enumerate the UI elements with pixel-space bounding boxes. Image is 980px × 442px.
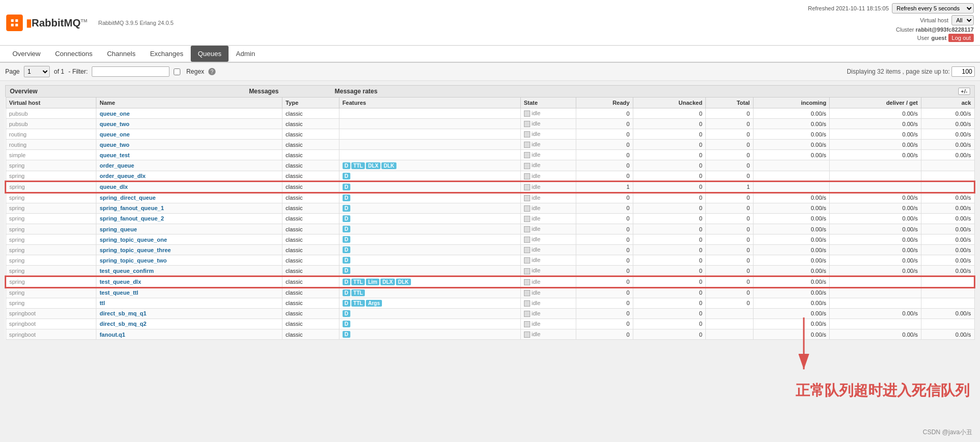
row-unacked: 0 (633, 140, 705, 150)
row-name[interactable]: ttl (96, 298, 282, 308)
queue-link[interactable]: spring_topic_queue_one (100, 237, 167, 243)
col-unacked: Unacked (633, 98, 705, 108)
filter-input[interactable] (92, 66, 169, 77)
queue-link[interactable]: spring_queue (100, 226, 137, 232)
queue-link[interactable]: order_queue_dlx (100, 173, 146, 179)
row-name[interactable]: spring_topic_queue_three (96, 245, 282, 255)
vhost-select[interactable]: All (951, 15, 974, 25)
row-ready: 0 (576, 150, 633, 160)
queue-link[interactable]: queue_test (100, 152, 130, 158)
row-name[interactable]: queue_dlx (96, 182, 282, 192)
row-total: 0 (706, 234, 754, 245)
row-total: 0 (706, 224, 754, 234)
regex-checkbox[interactable] (174, 68, 180, 75)
queue-link[interactable]: order_queue (100, 162, 134, 169)
row-ack (921, 171, 974, 182)
queue-link[interactable]: direct_sb_mq_q1 (100, 310, 146, 316)
row-vhost: spring (6, 234, 96, 245)
row-name[interactable]: queue_one (96, 108, 282, 119)
row-vhost: springboot (6, 308, 96, 319)
row-name[interactable]: queue_two (96, 140, 282, 150)
row-total: 0 (706, 192, 754, 203)
nav-queues[interactable]: Queues (191, 46, 229, 62)
row-deliver-get (830, 319, 921, 329)
queue-link[interactable]: queue_one (100, 111, 130, 117)
state-indicator (524, 268, 530, 274)
nav-channels[interactable]: Channels (100, 46, 143, 62)
row-incoming (753, 160, 829, 171)
row-name[interactable]: order_queue_dlx (96, 171, 282, 182)
row-name[interactable]: queue_one (96, 129, 282, 140)
row-features: D (339, 234, 520, 245)
queue-link[interactable]: test_queue_confirm (100, 268, 154, 274)
queue-link[interactable]: queue_dlx (100, 184, 127, 190)
refresh-row: Refreshed 2021-10-11 18:15:05 Refresh ev… (808, 3, 974, 13)
row-features: DTTLArgs (339, 298, 520, 308)
row-name[interactable]: spring_topic_queue_one (96, 234, 282, 245)
row-ready: 0 (576, 319, 633, 329)
queue-link[interactable]: spring_topic_queue_three (100, 247, 171, 253)
row-name[interactable]: spring_fanout_queue_2 (96, 213, 282, 224)
queue-link[interactable]: test_queue_dlx (100, 279, 141, 285)
feature-tag-ttl: TTL (351, 289, 365, 296)
row-state: idle (520, 213, 576, 224)
row-name[interactable]: spring_queue (96, 224, 282, 234)
nav-overview[interactable]: Overview (5, 46, 48, 62)
logout-button[interactable]: Log out (948, 34, 974, 42)
row-name[interactable]: spring_topic_queue_two (96, 255, 282, 266)
row-name[interactable]: spring_direct_queue (96, 192, 282, 203)
state-indicator (524, 311, 530, 317)
col-features: Features (339, 98, 520, 108)
nav-connections[interactable]: Connections (48, 46, 100, 62)
row-state: idle (520, 182, 576, 192)
row-name[interactable]: direct_sb_mq_q1 (96, 308, 282, 319)
row-incoming (753, 182, 829, 192)
row-ack: 0.00/s (921, 266, 974, 277)
row-name[interactable]: order_queue (96, 160, 282, 171)
queue-link[interactable]: direct_sb_mq_q2 (100, 321, 146, 327)
queue-link[interactable]: test_queue_ttl (100, 289, 138, 296)
page-size-input[interactable] (951, 66, 975, 77)
queue-link[interactable]: spring_fanout_queue_1 (100, 205, 164, 211)
queue-link[interactable]: spring_direct_queue (100, 195, 155, 201)
row-name[interactable]: fanout.q1 (96, 329, 282, 339)
row-name[interactable]: queue_two (96, 119, 282, 129)
row-total: 0 (706, 287, 754, 298)
messages-section-label: Messages (249, 88, 278, 95)
row-name[interactable]: queue_test (96, 150, 282, 160)
queue-link[interactable]: queue_one (100, 131, 130, 137)
row-name[interactable]: test_queue_confirm (96, 266, 282, 277)
row-name[interactable]: spring_fanout_queue_1 (96, 203, 282, 213)
nav-admin[interactable]: Admin (229, 46, 262, 62)
regex-help[interactable]: ? (208, 68, 216, 75)
queue-link[interactable]: ttl (100, 300, 105, 306)
page-select[interactable]: 1 (24, 66, 50, 77)
queue-link[interactable]: spring_fanout_queue_2 (100, 215, 164, 222)
row-vhost: routing (6, 129, 96, 140)
filter-dash-label: - Filter: (68, 68, 88, 75)
feature-tag-dlk: DLK (396, 279, 411, 285)
queue-link[interactable]: fanout.q1 (100, 332, 125, 338)
refresh-select[interactable]: Refresh every 5 seconds Refresh every 10… (892, 3, 974, 13)
queue-link[interactable]: queue_two (100, 121, 129, 127)
row-ack: 0.00/s (921, 150, 974, 160)
feature-tag-d: D (343, 162, 350, 169)
table-row: spring test_queue_confirm classic D idle… (6, 266, 974, 277)
row-name[interactable]: test_queue_ttl (96, 287, 282, 298)
row-state: idle (520, 108, 576, 119)
row-features: D (339, 245, 520, 255)
row-ready: 1 (576, 182, 633, 192)
row-type: classic (282, 129, 339, 140)
nav-exchanges[interactable]: Exchanges (143, 46, 190, 62)
row-ack: 0.00/s (921, 192, 974, 203)
section-header: Overview Messages Message rates +/- (5, 85, 975, 97)
plus-minus-button[interactable]: +/- (958, 88, 970, 95)
row-unacked: 0 (633, 245, 705, 255)
row-name[interactable]: test_queue_dlx (96, 277, 282, 287)
table-row: spring order_queue classic DTTLDLXDLK id… (6, 160, 974, 171)
queue-link[interactable]: spring_topic_queue_two (100, 257, 167, 264)
row-vhost: spring (6, 277, 96, 287)
row-name[interactable]: direct_sb_mq_q2 (96, 319, 282, 329)
queue-link[interactable]: queue_two (100, 142, 129, 148)
row-incoming: 0.00/s (753, 245, 829, 255)
